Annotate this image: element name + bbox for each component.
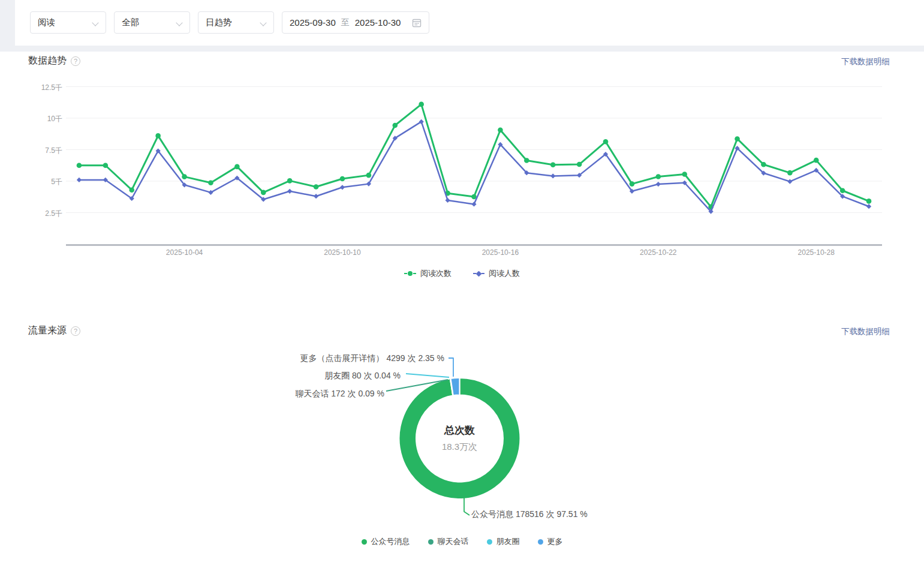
pie-segment-朋友圈[interactable] (450, 378, 453, 395)
data-point[interactable] (550, 162, 556, 167)
data-point[interactable] (866, 199, 872, 204)
callout-leader-line (406, 374, 449, 377)
data-point[interactable] (234, 176, 239, 181)
data-point[interactable] (708, 205, 714, 210)
data-point[interactable] (261, 197, 266, 202)
data-point[interactable] (182, 182, 186, 187)
data-point[interactable] (550, 173, 555, 178)
data-point[interactable] (735, 146, 739, 151)
data-point[interactable] (393, 136, 398, 140)
legend-item-朋友圈[interactable]: 朋友圈 (487, 536, 520, 547)
data-point[interactable] (366, 182, 371, 187)
data-point[interactable] (392, 123, 398, 128)
donut-center-label: 总次数 18.3万次 (399, 423, 520, 453)
data-point[interactable] (524, 158, 529, 163)
legend-item-阅读次数[interactable]: 阅读次数 (404, 268, 452, 279)
trend-legend: 阅读次数阅读人数 (0, 268, 924, 279)
data-point[interactable] (156, 149, 161, 154)
data-point[interactable] (656, 182, 661, 187)
data-point[interactable] (77, 163, 82, 168)
help-icon[interactable]: ? (71, 56, 80, 66)
pie-segment-聊天会话[interactable] (450, 378, 453, 395)
data-point[interactable] (340, 176, 345, 182)
data-point[interactable] (471, 194, 477, 200)
data-point[interactable] (471, 202, 476, 206)
data-point[interactable] (630, 189, 634, 194)
data-point[interactable] (840, 194, 845, 199)
data-point[interactable] (498, 142, 502, 147)
date-range-start[interactable]: 2025-09-30 (290, 17, 336, 28)
donut-center-title: 总次数 (399, 423, 520, 437)
granularity-select-value: 日趋势 (206, 17, 256, 28)
data-point[interactable] (603, 139, 609, 145)
x-tick-label: 2025-10-04 (156, 248, 213, 257)
help-icon[interactable]: ? (71, 326, 80, 336)
data-point[interactable] (314, 184, 319, 190)
data-point[interactable] (314, 194, 318, 199)
metric-select[interactable]: 阅读 (30, 11, 106, 34)
data-point[interactable] (208, 180, 213, 185)
legend-dot-icon (538, 539, 543, 545)
data-point[interactable] (656, 174, 661, 179)
data-point[interactable] (130, 196, 134, 201)
legend-item-阅读人数[interactable]: 阅读人数 (473, 268, 520, 279)
y-tick-label: 5千 (14, 177, 62, 187)
data-point[interactable] (208, 190, 213, 195)
traffic-download-link[interactable]: 下载数据明细 (841, 326, 890, 337)
data-point[interactable] (103, 178, 108, 182)
data-point[interactable] (682, 172, 687, 177)
trend-download-link[interactable]: 下载数据明细 (841, 56, 890, 67)
data-point[interactable] (419, 102, 424, 107)
data-point[interactable] (814, 168, 818, 173)
data-point[interactable] (577, 173, 582, 178)
data-point[interactable] (182, 174, 187, 179)
data-point[interactable] (603, 152, 608, 157)
data-point[interactable] (77, 178, 82, 182)
legend-label: 阅读人数 (489, 268, 520, 279)
data-point[interactable] (577, 162, 582, 167)
traffic-section-title-text: 流量来源 (28, 324, 67, 337)
pie-callout-label-更多[interactable]: 更多（点击展开详情） 4299 次 2.35 % (300, 353, 444, 364)
metric-select-value: 阅读 (38, 17, 88, 28)
analytics-page: 阅读 全部 日趋势 2025-09-30 至 2025-10-30 数据趋势 ?… (0, 0, 924, 568)
data-point[interactable] (261, 190, 266, 196)
data-point[interactable] (524, 170, 529, 175)
legend-item-公众号消息[interactable]: 公众号消息 (362, 536, 410, 547)
data-point[interactable] (234, 164, 240, 170)
data-point[interactable] (445, 191, 450, 196)
data-point[interactable] (840, 188, 845, 193)
scope-select[interactable]: 全部 (114, 11, 190, 34)
legend-label: 聊天会话 (438, 536, 469, 547)
date-range-picker[interactable]: 2025-09-30 至 2025-10-30 (282, 11, 429, 34)
x-tick-label: 2025-10-28 (787, 248, 845, 257)
data-point[interactable] (498, 127, 503, 133)
granularity-select[interactable]: 日趋势 (198, 11, 274, 34)
legend-label: 公众号消息 (371, 536, 410, 547)
data-point[interactable] (709, 209, 714, 214)
data-point[interactable] (630, 181, 635, 187)
legend-item-更多[interactable]: 更多 (538, 536, 563, 547)
pie-callout-label-朋友圈: 朋友圈 80 次 0.04 % (324, 371, 401, 381)
data-point[interactable] (787, 170, 793, 176)
data-point[interactable] (287, 189, 292, 194)
legend-item-聊天会话[interactable]: 聊天会话 (428, 536, 469, 547)
data-point[interactable] (129, 187, 134, 193)
data-point[interactable] (787, 179, 792, 184)
date-range-end[interactable]: 2025-10-30 (355, 17, 401, 28)
y-tick-label: 10千 (14, 114, 62, 124)
data-point[interactable] (761, 170, 766, 175)
legend-marker-icon (404, 271, 416, 276)
data-point[interactable] (761, 162, 766, 167)
data-point[interactable] (866, 204, 871, 209)
data-point[interactable] (735, 136, 740, 142)
data-point[interactable] (682, 181, 687, 185)
data-point[interactable] (366, 173, 372, 178)
data-point[interactable] (155, 133, 161, 139)
data-point[interactable] (419, 119, 424, 124)
data-point[interactable] (445, 198, 450, 203)
pie-segment-更多[interactable] (451, 378, 460, 395)
data-point[interactable] (287, 178, 293, 184)
data-point[interactable] (814, 158, 819, 163)
data-point[interactable] (103, 163, 109, 168)
data-point[interactable] (340, 185, 345, 190)
